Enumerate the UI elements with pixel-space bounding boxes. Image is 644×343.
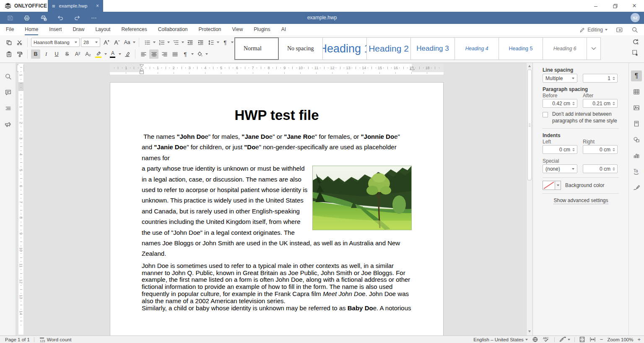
search-icon[interactable] (631, 26, 638, 33)
text-art-settings-tab[interactable]: Ta (631, 166, 642, 177)
font-size-select[interactable]: 28 (81, 38, 100, 47)
header-footer-settings-tab[interactable] (631, 118, 642, 129)
language-selector[interactable]: English – United States (473, 337, 528, 342)
chevron-down-icon[interactable] (231, 42, 234, 43)
style-heading-1[interactable]: Heading 1 (322, 37, 367, 60)
document-language-globe-icon[interactable] (532, 336, 538, 343)
copy-button[interactable] (4, 38, 13, 47)
line-spacing-amount-spinner[interactable]: 1 (583, 74, 618, 83)
bullets-button[interactable] (143, 38, 152, 47)
paste-button[interactable] (4, 49, 13, 59)
multilevel-list-button[interactable] (171, 38, 180, 47)
page-indicator[interactable]: Page 1 of 1 (5, 337, 30, 342)
style-heading-3[interactable]: Heading 3 (410, 37, 455, 60)
vertical-ruler[interactable]: 11234567891011121314 (18, 64, 23, 335)
undo-button[interactable] (52, 12, 69, 24)
word-count-button[interactable]: 123 Word count (39, 337, 72, 343)
shape-settings-tab[interactable] (631, 134, 642, 145)
document-tab[interactable]: ≡ example.hwp × (48, 0, 103, 12)
background-color-swatch[interactable] (543, 181, 555, 190)
scrollbar-thumb[interactable] (527, 70, 532, 180)
paragraph-settings-button[interactable]: ¶ (181, 49, 190, 59)
quick-print-button[interactable] (35, 12, 52, 24)
chevron-down-icon[interactable] (167, 42, 170, 43)
minimize-button[interactable]: – (586, 0, 605, 12)
chevron-down-icon[interactable] (217, 42, 219, 43)
superscript-button[interactable]: A² (73, 49, 82, 59)
scroll-up-icon[interactable] (528, 65, 531, 67)
style-heading-2[interactable]: Heading 2 (366, 37, 411, 60)
italic-button[interactable]: I (42, 49, 51, 59)
close-window-button[interactable]: × (625, 0, 644, 12)
highlight-color-button[interactable] (94, 49, 103, 59)
chevron-down-icon[interactable] (182, 42, 184, 43)
strikeout-button[interactable]: S (62, 49, 72, 59)
replace-icon[interactable]: A B (632, 38, 639, 45)
same-style-interval-checkbox[interactable] (543, 112, 548, 117)
change-case-button[interactable]: Aa (122, 38, 132, 47)
tab-menu-icon[interactable]: ≡ (52, 3, 55, 9)
chevron-down-icon[interactable] (153, 42, 156, 43)
style-heading-6[interactable]: Heading 6 (543, 37, 587, 60)
table-settings-tab[interactable] (631, 86, 642, 97)
background-color-dropdown[interactable] (555, 181, 561, 190)
align-right-button[interactable] (160, 49, 169, 59)
customize-quick-access-button[interactable] (86, 12, 102, 24)
document-page[interactable]: HWP test file The names "John Doe" for m… (110, 82, 444, 343)
print-button[interactable] (18, 12, 35, 24)
select-all-icon[interactable] (632, 49, 639, 57)
fit-width-icon[interactable] (589, 336, 596, 343)
indent-right-spinner[interactable]: 0 cm (583, 145, 618, 154)
style-no-spacing[interactable]: No spacing (278, 37, 323, 60)
menu-item-insert[interactable]: Insert (49, 24, 62, 35)
cut-button[interactable] (15, 38, 24, 47)
chevron-down-icon[interactable] (205, 53, 208, 55)
sidebar-feedback-button[interactable] (3, 119, 13, 129)
increase-font-size-button[interactable] (101, 38, 111, 47)
underline-button[interactable]: U (52, 49, 61, 59)
chart-settings-tab[interactable] (631, 150, 642, 161)
image-settings-tab[interactable] (631, 102, 642, 113)
chevron-down-icon[interactable] (191, 53, 194, 55)
horizontal-ruler[interactable]: 1123456789101112131415161718 (110, 64, 444, 75)
signature-settings-tab[interactable] (631, 182, 642, 193)
styles-gallery-expand-button[interactable] (587, 37, 601, 60)
chevron-down-icon[interactable] (119, 53, 121, 55)
open-file-location-icon[interactable] (616, 26, 623, 33)
menu-item-plugins[interactable]: Plugins (254, 24, 270, 35)
style-heading-5[interactable]: Heading 5 (499, 37, 543, 60)
redo-button[interactable] (69, 12, 86, 24)
menu-item-view[interactable]: View (232, 24, 243, 35)
indent-left-spinner[interactable]: 0 cm (543, 145, 577, 154)
restore-button[interactable] (605, 0, 625, 12)
line-spacing-button[interactable] (206, 38, 216, 47)
zoom-out-button[interactable]: − (600, 336, 603, 343)
align-left-button[interactable] (139, 49, 148, 59)
bold-button[interactable]: B (31, 49, 40, 59)
paragraph-settings-tab[interactable]: ¶ (631, 70, 642, 81)
tab-close-icon[interactable]: × (96, 3, 99, 9)
menu-item-file[interactable]: File (6, 24, 14, 35)
subscript-button[interactable]: A₂ (83, 49, 93, 59)
menu-item-references[interactable]: References (121, 24, 147, 35)
menu-item-draw[interactable]: Draw (73, 24, 84, 35)
spell-check-icon[interactable]: ABC (543, 336, 550, 343)
nonprinting-characters-button[interactable]: ¶ (221, 38, 230, 47)
clear-style-button[interactable] (122, 49, 132, 59)
zoom-in-button[interactable]: + (637, 336, 641, 343)
sidebar-navigation-button[interactable] (3, 103, 13, 113)
decrease-font-size-button[interactable] (112, 38, 121, 47)
font-color-button[interactable]: A (108, 49, 117, 59)
chevron-down-icon[interactable] (104, 53, 107, 55)
numbering-button[interactable] (157, 38, 166, 47)
fit-page-icon[interactable] (579, 336, 585, 343)
decrease-indent-button[interactable] (185, 38, 195, 47)
font-name-select[interactable]: Haansoft Batang (31, 38, 80, 47)
shading-button[interactable] (195, 49, 204, 59)
spacing-after-spinner[interactable]: 0.21 cm (583, 99, 618, 108)
special-indent-select[interactable]: (none) (543, 164, 577, 173)
style-heading-4[interactable]: Heading 4 (454, 37, 499, 60)
editing-mode-dropdown[interactable]: Editing (579, 27, 608, 33)
line-spacing-select[interactable]: Multiple (543, 74, 577, 83)
vertical-scrollbar[interactable] (526, 63, 532, 335)
